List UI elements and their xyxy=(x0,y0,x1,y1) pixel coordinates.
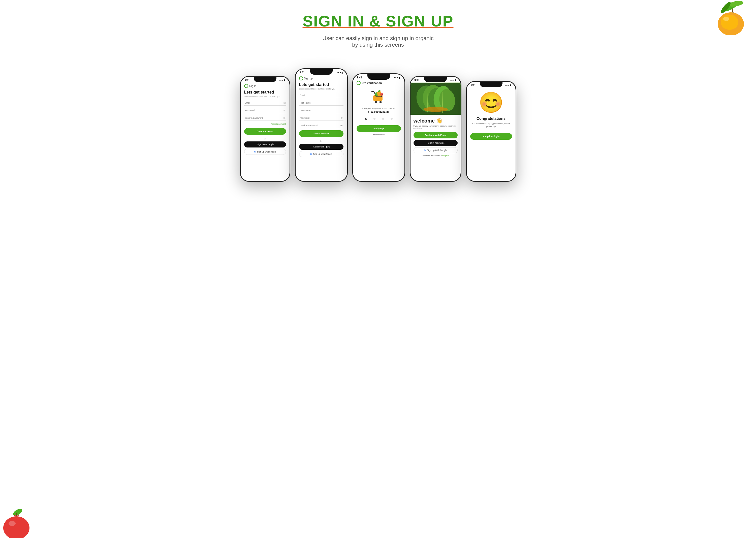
phone-login: 9:41 ▪▪▪ ● ▮ Log In Lets get started Cre… xyxy=(240,76,290,182)
mango-decoration xyxy=(706,0,746,35)
verify-otp-btn[interactable]: verify otp xyxy=(357,125,401,132)
otp-box-3[interactable] xyxy=(380,116,386,122)
notch-5 xyxy=(480,82,502,87)
confirm-input-2[interactable] xyxy=(299,123,343,128)
svg-point-24 xyxy=(12,508,24,517)
password-field-1[interactable]: 👁 xyxy=(244,108,286,113)
otp-phone-number: (+91 9834519133) xyxy=(357,110,401,113)
login-subtitle: Create account to see our top picks for … xyxy=(244,95,286,98)
google-signup-btn-2[interactable]: G Sign up with Google xyxy=(299,151,343,157)
email-field-2[interactable] xyxy=(299,92,343,98)
svg-point-9 xyxy=(379,101,381,103)
lastname-input[interactable] xyxy=(299,108,343,113)
signup-subtitle: Create account to see our top picks for … xyxy=(299,88,343,90)
svg-point-6 xyxy=(723,17,729,21)
svg-point-12 xyxy=(380,92,383,95)
apple-decoration xyxy=(0,508,33,538)
google-signup-btn-1[interactable]: G Sign up with google xyxy=(244,149,286,155)
welcome-text-section: welcome 👋 If you are already have organi… xyxy=(411,115,461,159)
confirm-input-1[interactable] xyxy=(244,116,286,121)
back-nav-3[interactable]: Otp verification xyxy=(357,81,401,85)
congrats-title: Congratulations xyxy=(470,116,512,121)
create-account-btn-1[interactable]: Create account xyxy=(244,128,286,134)
confirm-field-1[interactable]: 👁 xyxy=(244,115,286,121)
apple-signin-btn-2[interactable]: Sign in with Apple xyxy=(299,144,343,150)
apple-signin-btn-4[interactable]: Sign in with Apple xyxy=(414,140,458,146)
notch-4 xyxy=(424,77,447,82)
phone-welcome: 9:41 ▪▪▪ ● ▮ xyxy=(410,76,461,182)
back-arrow-1[interactable] xyxy=(244,84,248,88)
congrats-emoji: 😊 xyxy=(470,92,512,113)
otp-box-2[interactable] xyxy=(371,116,378,122)
forgot-password-1[interactable]: Forgot password xyxy=(244,123,286,125)
email-icon-1: ✉ xyxy=(283,102,285,104)
email-input-2[interactable] xyxy=(299,93,343,98)
google-signup-btn-4[interactable]: G Sign Up With Google xyxy=(414,147,458,153)
phone-otp: 9:41 ▪▪▪ ● ▮ Otp verification xyxy=(352,73,405,182)
welcome-image xyxy=(411,82,461,115)
notch-1 xyxy=(254,77,277,82)
email-input-1[interactable] xyxy=(244,100,286,106)
svg-point-26 xyxy=(3,516,29,538)
google-icon-4: G xyxy=(424,149,426,151)
signup-title: Lets get started xyxy=(299,82,343,87)
or-divider-1: Or xyxy=(244,138,286,140)
email-field-1[interactable]: ✉ xyxy=(244,100,286,106)
phones-section: 9:41 ▪▪▪ ● ▮ Log In Lets get started Cre… xyxy=(0,53,756,202)
otp-box-1[interactable]: 4 xyxy=(363,116,369,122)
back-arrow-3[interactable] xyxy=(357,81,361,85)
congrats-description: You are successfully logged in now you a… xyxy=(470,122,512,128)
google-icon-2: G xyxy=(310,153,312,155)
firstname-field[interactable] xyxy=(299,100,343,106)
resend-code[interactable]: Resend code xyxy=(357,134,401,135)
password-input-1[interactable] xyxy=(244,108,286,113)
welcome-description: If you are already have organic account,… xyxy=(414,125,458,129)
continue-email-btn[interactable]: Continue with Email xyxy=(414,132,458,138)
eye-icon-1[interactable]: 👁 xyxy=(283,109,285,112)
create-account-btn-2[interactable]: Create Account xyxy=(299,130,343,137)
password-input-2[interactable] xyxy=(299,116,343,121)
phone-congrats: 9:41 ▪▪▪ ● ▮ 😊 Congratulations You are s… xyxy=(466,81,516,182)
notch-2 xyxy=(310,69,333,75)
jump-to-login-btn[interactable]: Jump into login xyxy=(470,133,512,140)
eye-icon-4[interactable]: 👁 xyxy=(340,124,343,127)
otp-input-boxes[interactable]: 4 xyxy=(357,116,401,122)
register-link[interactable]: Register xyxy=(442,155,449,157)
back-arrow-2[interactable] xyxy=(299,77,303,81)
notch-3 xyxy=(368,74,390,80)
eye-icon-3[interactable]: 👁 xyxy=(340,117,343,120)
confirm-field-2[interactable]: 👁 xyxy=(299,123,343,128)
eye-icon-2[interactable]: 👁 xyxy=(283,117,285,120)
apple-signin-btn-1[interactable]: Sign in with Apple xyxy=(244,141,286,147)
back-nav-2[interactable]: Sign up xyxy=(299,77,343,81)
congratulations-section: 😊 Congratulations You are successfully l… xyxy=(467,87,516,146)
phone-signup: 9:41 ▪▪▪ ● ▮ Sign up Lets get started Cr… xyxy=(295,68,348,182)
login-title: Lets get started xyxy=(244,90,286,94)
welcome-title: welcome 👋 xyxy=(414,118,458,124)
page-header: SIGN IN & SIGN UP User can easily sign i… xyxy=(0,0,756,53)
back-nav-1[interactable]: Log In xyxy=(244,84,286,88)
otp-box-4[interactable] xyxy=(388,116,395,122)
svg-point-8 xyxy=(375,101,377,103)
no-account-text: Dont have an account ? Register xyxy=(414,155,458,157)
password-field-2[interactable]: 👁 xyxy=(299,115,343,121)
svg-point-5 xyxy=(721,15,738,30)
otp-logo xyxy=(357,87,401,105)
svg-point-27 xyxy=(9,521,16,526)
or-divider-2: Or xyxy=(299,140,343,142)
svg-rect-7 xyxy=(373,95,382,101)
firstname-input[interactable] xyxy=(299,100,343,106)
page-title: SIGN IN & SIGN UP xyxy=(303,12,454,30)
lastname-field[interactable] xyxy=(299,108,343,113)
otp-description: Enter your 4 digit code send to your no xyxy=(357,107,401,109)
header-subtitle: User can easily sign in and sign up in o… xyxy=(5,35,751,48)
svg-point-23 xyxy=(423,107,448,112)
google-icon-1: G xyxy=(254,150,256,153)
